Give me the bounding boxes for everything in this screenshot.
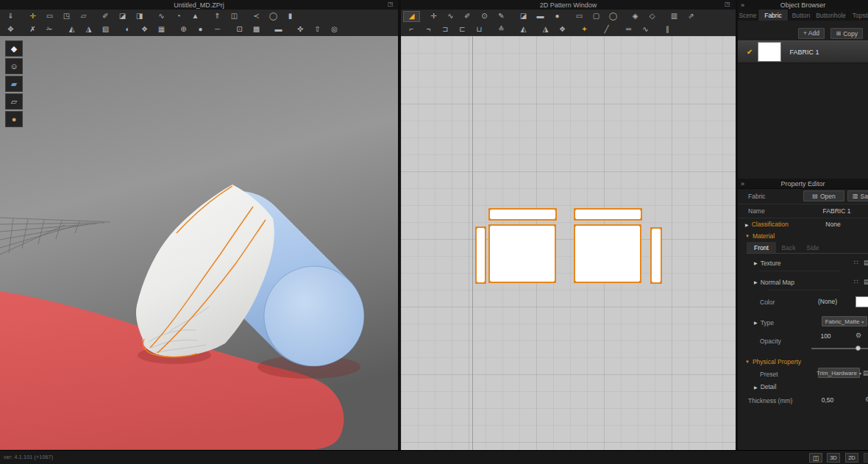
attach-loop-icon[interactable]: ◔ [170,11,187,22]
pattern-piece-strip-2[interactable] [574,208,642,221]
expand-triangle-icon[interactable]: ▶ [754,385,758,390]
view-2d-button[interactable]: 2D [845,453,858,463]
iron-icon[interactable]: ≙ [493,24,510,35]
3d-viewport[interactable] [0,36,398,450]
history-clock-icon[interactable]: ◔ [864,453,868,463]
physical-property-row[interactable]: ▼ Physical Property [738,357,868,367]
zipper-teeth-icon[interactable]: ▩ [248,24,265,35]
transform-pattern-2d-icon[interactable]: ◢ [403,11,420,22]
edit-pin-pen-icon[interactable]: ✐ [97,11,114,22]
seam-line-icon[interactable]: ─ [209,24,226,35]
walk-avatar-icon[interactable]: ✥ [2,24,19,35]
normal-map-folder-icon[interactable]: ▤ [864,278,868,285]
pattern-piece-side-left[interactable] [475,226,486,284]
panel-collapse-icon[interactable]: » [741,1,744,9]
expand-triangle-icon[interactable]: ▶ [754,320,758,325]
tab-front[interactable]: Front [747,242,776,253]
shape-tool-icon[interactable]: ◪ [515,11,532,22]
texture-row[interactable]: ▶ Texture [738,257,868,268]
opacity-tool-icon[interactable]: ⚙ [855,332,861,339]
solidify-icon[interactable]: ◐ [119,24,136,35]
add-button-icon[interactable]: ⊕ [175,24,192,35]
avatar-tape-icon[interactable]: ✗ [24,24,41,35]
open-button[interactable]: ▤Open [803,190,844,201]
zipper-icon[interactable]: ≺ [248,11,265,22]
garment-texture-icon[interactable]: ▧ [97,24,114,35]
circle-tool-icon[interactable]: ● [549,11,566,22]
select-mesh-icon[interactable]: ∿ [153,11,170,22]
detail-row[interactable]: ▶ Detail [738,382,868,392]
thickness-value[interactable]: 0,50 [805,396,850,404]
2d-window-titlebar[interactable]: 2D Pattern Window ◳ [401,0,736,10]
snap-icon[interactable]: ❖ [136,24,153,35]
grading-icon[interactable]: ❖ [554,24,571,35]
dart-icon[interactable]: ◈ [627,11,644,22]
2d-canvas[interactable] [401,36,736,450]
show-avatar-head-icon[interactable]: ● [5,111,23,127]
quilt-icon[interactable]: ▦ [153,24,170,35]
property-editor-header[interactable]: » Property Editor [738,179,868,189]
expand-triangle-icon[interactable]: ▶ [754,260,758,265]
tab-button[interactable]: Button [789,10,814,21]
select-box-icon[interactable]: ▭ [41,11,58,22]
lift-garment-icon[interactable]: ⇧ [309,24,326,35]
2d-window-expand-icon[interactable]: ◳ [725,1,730,7]
transform-pattern-icon[interactable]: ◳ [58,11,75,22]
show-garment-icon[interactable]: ◆ [5,40,23,57]
add-point-icon[interactable]: ✐ [459,11,476,22]
show-pattern-active-icon[interactable]: ▰ [5,76,23,92]
normal-map-row[interactable]: ▶ Normal Map [738,276,868,288]
sculpt-brush-icon[interactable]: ◪ [114,11,131,22]
simulate-icon[interactable]: ⇓ [2,11,19,22]
pinch-icon[interactable]: ◨ [131,11,148,22]
save-button[interactable]: ▥Save [847,190,868,201]
pleats-icon[interactable]: ▥ [666,11,683,22]
slider-handle[interactable] [855,346,861,351]
scissors-icon[interactable]: ✁ [41,24,58,35]
topstitch-tool-icon[interactable]: ═ [620,24,637,35]
show-avatar-icon[interactable]: ☺ [5,58,23,74]
pin-icon[interactable]: ▲ [187,11,204,22]
mn-sewing-icon[interactable]: ⊐ [437,24,454,35]
drape-garment-a-icon[interactable]: ◭ [63,24,80,35]
opacity-slider[interactable] [811,346,868,351]
edit-pattern-icon[interactable]: ✛ [425,11,442,22]
copy-fabric-button[interactable]: ⊞Copy [830,28,863,39]
opacity-value[interactable]: 100 [805,332,846,340]
edit-sewing-icon[interactable]: ⊏ [454,24,471,35]
sewing-3d-icon[interactable]: ◯ [265,11,282,22]
rect-outline-icon[interactable]: ▢ [588,11,605,22]
split-view-button[interactable]: ◫ [809,453,822,463]
pattern-piece-panel-2[interactable] [574,224,641,283]
collapse-triangle-icon[interactable]: ▼ [745,360,750,364]
tab-scene[interactable]: Scene [738,10,758,21]
color-swatch[interactable] [855,296,868,307]
show-pattern-icon[interactable]: ▱ [5,93,23,110]
flounce-icon[interactable]: ∿ [637,24,654,35]
fabric-swatch[interactable] [758,42,781,62]
flatten-icon[interactable]: ▬ [270,24,287,35]
pattern-piece-panel-1[interactable] [488,224,556,283]
select-move-icon[interactable]: ✛ [24,11,41,22]
panel-collapse-icon[interactable]: » [741,180,744,188]
seam-allowance-icon[interactable]: ✦ [576,24,593,35]
texture-grid-icon[interactable]: ∷ [854,259,858,266]
tab-side[interactable]: Side [801,242,825,253]
notch-icon[interactable]: ╱ [598,24,615,35]
free-sewing-icon[interactable]: ¬ [420,24,437,35]
move-pattern-icon[interactable]: ▱ [75,11,92,22]
fold-arrangement-icon[interactable]: ⇑ [209,11,226,22]
preset-folder-icon[interactable]: ▤ [863,369,868,376]
pattern-piece-side-right[interactable] [650,227,662,284]
drape-garment-b-icon[interactable]: ◮ [80,24,97,35]
collapse-triangle-icon[interactable]: ▼ [745,234,750,238]
tab-fabric[interactable]: Fabric [758,10,789,21]
thickness-tool-icon[interactable]: ⚙ [865,396,868,403]
3d-window-expand-icon[interactable]: ◳ [388,1,394,7]
normal-map-grid-icon[interactable]: ∷ [854,278,858,285]
internal-line-icon[interactable]: ∥ [659,24,676,35]
fabric-list-item[interactable]: ✔ FABRIC 1 [738,40,868,63]
edit-curvature-icon[interactable]: ∿ [442,11,459,22]
dart-outline-icon[interactable]: ◇ [644,11,661,22]
pattern-piece-strip-1[interactable] [488,208,557,221]
